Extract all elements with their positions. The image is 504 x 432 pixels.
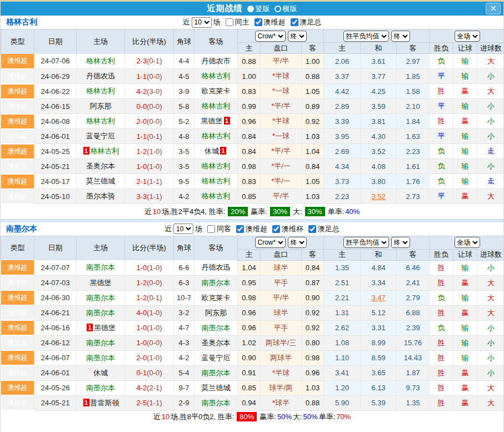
- match-date: 24-06-12: [34, 335, 77, 350]
- score-cell: 4-2(2-1): [125, 380, 174, 395]
- away-team-cell: 黑德堡1: [194, 114, 238, 129]
- scope-select[interactable]: 全场: [455, 237, 480, 248]
- handicap-text: 球半: [274, 309, 288, 317]
- home-team-name: 阿东那: [90, 102, 112, 110]
- euro-draw-cell: 4.84: [361, 260, 397, 275]
- wdl-result: 胜: [430, 395, 453, 410]
- handicap-text: 一球: [275, 87, 290, 95]
- fulltime-score: 2-5: [136, 399, 147, 407]
- handicap-result: 赢: [453, 189, 477, 204]
- league-filter-checkbox[interactable]: [272, 225, 280, 233]
- home-team-name: 休城: [93, 369, 108, 377]
- match-row: 澳维超24-07-06格林古利2-3(0-1)4-4丹德农市0.88平/半1.0…: [1, 54, 504, 69]
- home-team-name: 格林古利: [86, 57, 115, 65]
- footer-stat: 近: [144, 207, 152, 217]
- avg-odds-select[interactable]: 胜平负均值: [343, 237, 389, 248]
- orientation-radio-horizontal[interactable]: 横版: [275, 4, 297, 14]
- corner-count: 5-4: [174, 365, 194, 380]
- halftime-score: (0-0): [147, 117, 162, 126]
- euro-draw-odds: 3.52: [371, 147, 385, 156]
- radio-selected-icon[interactable]: [247, 6, 254, 12]
- match-date: 24-07-06: [34, 54, 77, 69]
- final-odds-select2[interactable]: 终: [391, 31, 410, 42]
- asia-handicap-cell: *球半: [261, 395, 302, 410]
- final-odds-select[interactable]: 终: [288, 31, 307, 42]
- fulltime-score: 4-2: [136, 384, 147, 392]
- scope-select[interactable]: 全场: [455, 31, 480, 42]
- euro-away-odds: 2.97: [397, 54, 430, 69]
- corner-count: 5-8: [174, 99, 194, 114]
- fulltime-score: 1-0: [136, 324, 147, 332]
- away-team-name: 欧克莱卡: [202, 294, 231, 302]
- halftime-score: (0-1): [147, 132, 162, 141]
- orientation-vertical-label: 竖版: [256, 4, 270, 14]
- league-type-badge: 澳维超: [1, 69, 34, 84]
- away-team-name: 休城: [204, 147, 219, 155]
- filter-controls: 近10场同主澳维超澳足总: [183, 17, 322, 28]
- euro-draw-cell: 3.80: [361, 174, 397, 189]
- footer-stat: 大:: [293, 207, 302, 217]
- euro-away-odds: 1.61: [397, 159, 430, 174]
- same-venue-checkbox[interactable]: [226, 18, 233, 26]
- home-team-name: 格林古利: [86, 117, 115, 125]
- same-venue-checkbox[interactable]: [207, 225, 215, 233]
- euro-away-odds: 1.58: [397, 84, 430, 99]
- home-team-name: 普雷斯顿: [91, 399, 119, 407]
- halftime-score: (0-1): [147, 57, 162, 65]
- match-date: 24-06-30: [34, 290, 77, 305]
- close-icon[interactable]: ✕: [486, 3, 501, 14]
- asia-away-odds: 0.90: [302, 290, 324, 305]
- league-filter-checkbox[interactable]: [236, 225, 244, 233]
- handicap-result: 赢: [453, 395, 477, 410]
- match-count-select[interactable]: 10: [192, 17, 212, 28]
- euro-away-odds: 1.85: [397, 69, 430, 84]
- league-type-badge: 澳维超: [1, 350, 34, 365]
- euro-draw-cell: 4.30: [361, 129, 397, 144]
- corner-count: 9-7: [174, 380, 194, 395]
- match-row: 澳维超24-06-161黑德堡1-0(1-0)4-7南墨尔本0.96平手0.92…: [1, 320, 504, 335]
- euro-draw-cell: 3.34: [361, 275, 397, 290]
- euro-home-odds: 1.10: [324, 350, 361, 365]
- avg-odds-select[interactable]: 胜平负均值: [343, 31, 389, 42]
- euro-home-odds: 3.95: [324, 129, 361, 144]
- asia-away-odds: 1.05: [302, 174, 324, 189]
- home-team-name: 黑德堡: [94, 324, 116, 332]
- orientation-radio-vertical[interactable]: 竖版: [247, 4, 270, 14]
- home-team-cell: 格林古利: [77, 54, 125, 69]
- asia-home-odds: 1.04: [238, 260, 261, 275]
- red-card-badge: 1: [83, 147, 89, 155]
- home-team-name: 蓝曼宁厄: [86, 132, 115, 140]
- bookmaker-select[interactable]: Crow*: [255, 237, 286, 248]
- away-team-cell: 格林古利: [194, 159, 238, 174]
- col-wdl: 胜负: [430, 43, 453, 54]
- corner-count: 5-2: [174, 114, 194, 129]
- halftime-score: (1-0): [147, 147, 162, 156]
- wdl-result: 平: [430, 69, 453, 84]
- match-date: 24-05-21: [34, 395, 77, 410]
- euro-draw-cell: 4.25: [361, 84, 397, 99]
- final-odds-select2[interactable]: 终: [391, 237, 410, 248]
- team-name: 南墨尔本: [6, 224, 37, 234]
- euro-home-odds: 4.34: [324, 159, 361, 174]
- section-header: 格林古利 近10场同主澳维超澳足总: [1, 16, 503, 29]
- final-odds-select[interactable]: 终: [288, 237, 307, 248]
- euro-draw-cell: 3.65: [361, 365, 397, 380]
- league-filter-checkbox[interactable]: [255, 18, 262, 26]
- fulltime-score: 1-1: [136, 72, 147, 81]
- near-label: 近: [164, 224, 172, 234]
- league-filter-checkbox[interactable]: [291, 18, 298, 26]
- corner-count: 3-9: [174, 84, 194, 99]
- handicap-result: 输: [453, 350, 477, 365]
- euro-draw-cell: 8.59: [361, 350, 397, 365]
- halftime-score: (0-0): [147, 102, 162, 111]
- wdl-result: 胜: [430, 260, 453, 275]
- league-filter-checkbox[interactable]: [308, 225, 316, 233]
- col-handicap-result: 让球: [453, 43, 477, 54]
- radio-unselected-icon[interactable]: [275, 6, 281, 12]
- match-count-select[interactable]: 10: [173, 224, 193, 234]
- bookmaker-select[interactable]: Crow*: [255, 31, 286, 42]
- corner-count: 4-7: [174, 320, 194, 335]
- handicap-result: 输: [453, 260, 477, 275]
- home-team-cell: 休城: [77, 365, 125, 380]
- table-head: 类型 日期 主场 比分(半场) 角球 客场 Crow*终 胜平负均值终 全场: [1, 29, 504, 54]
